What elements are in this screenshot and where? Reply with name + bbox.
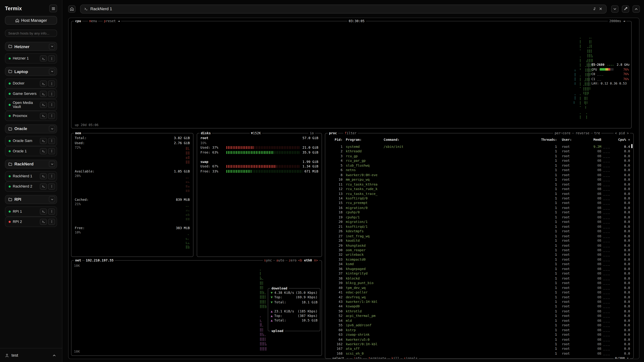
proc-info-button[interactable]: info xyxy=(352,356,363,359)
proc-percore-button[interactable]: per─core xyxy=(554,131,572,135)
process-row[interactable]: 28 kauditd 1 root 0B ⣀⣀⣀ 0.0 xyxy=(328,239,630,243)
header-threads[interactable]: Threads: xyxy=(535,137,557,142)
process-row[interactable]: 60 kstrp 1 root 0B ⣀⣀⣀ 0.0 xyxy=(328,328,630,333)
host-menu-button[interactable] xyxy=(48,102,55,108)
process-row[interactable]: 44 kswapd0 1 root 0B ⣀⣀⣀ 0.0 xyxy=(328,304,630,309)
host-item[interactable]: Open Media Vault xyxy=(5,99,57,111)
process-row[interactable]: 30 oom_reaper 1 root 0B ⣀⣀⣀ 0.0 xyxy=(328,248,630,253)
folder-collapse-button[interactable] xyxy=(49,43,55,49)
header-mem[interactable]: MemB xyxy=(582,137,602,142)
terminal-pane[interactable]: cpu menu preset ◄ 03:30:05 2000ms ◄ ⡀ ⢀⡀… xyxy=(68,17,640,359)
host-connect-button[interactable] xyxy=(40,102,47,108)
header-user[interactable]: User: xyxy=(562,137,582,142)
proc-filter-button[interactable]: filter xyxy=(343,131,358,135)
host-item[interactable]: Game Servers xyxy=(5,89,57,99)
header-cpu[interactable]: Cpu% ↑ xyxy=(613,137,630,142)
process-row[interactable]: 1 systemd /sbin/init 1 root 9.2M ⣀⣀⣀ 0.4 xyxy=(328,144,630,149)
process-row[interactable]: 42 devfreq_wq 1 root 0B ⣀⣀⣀ 0.0 xyxy=(328,295,630,300)
proc-scrollbar-thumb[interactable] xyxy=(631,144,632,148)
process-row[interactable]: 11 rcu_tasks_kthrea 1 root 0B ⣀⣀⣀ 0.0 xyxy=(328,182,630,187)
host-connect-button[interactable] xyxy=(40,80,47,87)
folder-collapse-button[interactable] xyxy=(49,68,55,75)
header-program[interactable]: Program: xyxy=(346,137,384,142)
process-row[interactable]: 3 rcu_gp 1 root 0B ⣀⣀⣀ 0.0 xyxy=(328,154,630,159)
process-row[interactable]: 5 slub_flushwq 1 root 0B ⣀⣀⣀ 0.0 xyxy=(328,163,630,168)
split-view-icon[interactable] xyxy=(593,7,596,11)
process-row[interactable]: 32 writeback 1 root 0B ⣀⣀⣀ 0.0 xyxy=(328,253,630,257)
host-item[interactable]: RackNerd 2 xyxy=(5,181,57,192)
net-auto-button[interactable]: auto xyxy=(275,258,286,263)
process-row[interactable]: 6 netns 1 root 0B ⣀⣀⣀ 0.0 xyxy=(328,168,630,173)
process-row[interactable]: 27 inet_frag_wq 1 root 0B ⣀⣀⣀ 0.0 xyxy=(328,234,630,239)
user-menu-button[interactable] xyxy=(51,352,57,358)
process-row[interactable]: 20 migration/1 1 root 0B ⣀⣀⣀ 0.0 xyxy=(328,220,630,224)
host-connect-button[interactable] xyxy=(40,183,47,190)
host-connect-button[interactable] xyxy=(40,219,47,225)
header-command[interactable]: Command: xyxy=(384,137,535,142)
host-connect-button[interactable] xyxy=(40,113,47,119)
tab-racknerd-1[interactable]: RackNerd 1 xyxy=(80,4,607,13)
host-connect-button[interactable] xyxy=(40,91,47,97)
host-item[interactable]: Oracle 1 xyxy=(5,146,57,156)
host-connect-button[interactable] xyxy=(40,208,47,215)
net-interface-switcher[interactable]: <b eth0 n> xyxy=(297,258,319,263)
host-manager-button[interactable]: Host Manager xyxy=(5,16,57,25)
process-row[interactable]: 4 rcu_par_gp 1 root 0B ⣀⣀⣀ 0.0 xyxy=(328,159,630,163)
process-row[interactable]: 15 rcu_preempt 1 root 0B ⣀⣀⣀ 0.0 xyxy=(328,201,630,206)
collapse-button[interactable] xyxy=(632,5,640,12)
process-row[interactable]: 37 kintegrityd 1 root 0B ⣀⣀⣀ 0.0 xyxy=(328,271,630,276)
refresh-interval[interactable]: 2000ms ◄ xyxy=(608,19,626,23)
process-row[interactable]: 29 khungtaskd 1 root 0B ⣀⣀⣀ 0.0 xyxy=(328,243,630,248)
process-row[interactable]: 13 rcu_tasks_trace_ 1 root 0B ⣀⣀⣀ 0.0 xyxy=(328,192,630,196)
close-tab-icon[interactable] xyxy=(599,7,602,11)
folder-header-laptop[interactable]: Laptop xyxy=(5,67,57,76)
proc-tree-button[interactable]: tre xyxy=(593,131,601,135)
host-menu-button[interactable] xyxy=(48,148,55,154)
proc-signals-button[interactable]: signals xyxy=(402,356,419,359)
host-menu-button[interactable] xyxy=(48,113,55,119)
proc-kill-button[interactable]: kill xyxy=(390,356,401,359)
host-item[interactable]: RackNerd 1 xyxy=(5,171,57,181)
host-item[interactable]: Oracle Sam xyxy=(5,136,57,146)
menu-button[interactable]: menu xyxy=(88,19,98,23)
process-row[interactable]: 36 khugepaged 1 root 0B ⣀⣀⣀ 0.0 xyxy=(328,267,630,271)
host-item[interactable]: RPI 1 xyxy=(5,206,57,217)
process-row[interactable]: 33 kcompactd0 1 root 0B ⣀⣀⣀ 0.0 xyxy=(328,257,630,262)
tools-button[interactable] xyxy=(622,5,629,12)
process-row[interactable]: 39 blkcg_punt_bio 1 root 0B ⣀⣀⣀ 0.0 xyxy=(328,281,630,285)
host-item[interactable]: Hetzner 1 xyxy=(5,53,57,63)
process-row[interactable]: 55 ipv6_addrconf 1 root 0B ⣀⣀⣀ 0.0 xyxy=(328,323,630,328)
host-item[interactable]: Proxmox xyxy=(5,111,57,121)
process-row[interactable]: 18 cpuhp/0 1 root 0B ⣀⣀⣀ 0.0 xyxy=(328,210,630,215)
host-item[interactable]: RPI 2 xyxy=(5,217,57,227)
process-row[interactable]: 8 kworker/0:0H-eve 1 root 0B ⣀⣀⣀ 0.0 xyxy=(328,173,630,177)
proc-sort-selector[interactable]: < pid > xyxy=(614,131,630,135)
preset-button[interactable]: preset ◄ xyxy=(103,19,121,23)
process-row[interactable]: 21 ksoftirqd/1 1 root 0B ⣀⣀⣀ 0.0 xyxy=(328,224,630,229)
proc-reverse-button[interactable]: reverse xyxy=(574,131,590,135)
process-row[interactable]: 167 ata_sff 1 root 0B ⣀⣀⣀ 0.0 xyxy=(328,347,630,351)
host-menu-button[interactable] xyxy=(48,219,55,225)
folder-collapse-button[interactable] xyxy=(49,126,55,132)
process-row[interactable]: 162 kworker/0:1H-kbl 1 root 0B ⣀⣀⣀ 0.0 xyxy=(328,342,630,347)
process-row[interactable]: 50 kthrotld 1 root 0B ⣀⣀⣀ 0.0 xyxy=(328,309,630,314)
host-connect-button[interactable] xyxy=(40,138,47,144)
process-row[interactable]: 16 migration/0 1 root 0B ⣀⣀⣀ 0.0 xyxy=(328,206,630,210)
header-pid[interactable]: Pid: xyxy=(328,137,342,142)
process-row[interactable]: 40 tpm_dev_wq 1 root 0B ⣀⣀⣀ 0.0 xyxy=(328,285,630,290)
folder-header-hetzner[interactable]: Hetzner xyxy=(5,42,57,51)
host-menu-button[interactable] xyxy=(48,183,55,190)
net-sync-button[interactable]: sync xyxy=(263,258,273,263)
process-row[interactable]: 10 mm_percpu_wq 1 root 0B ⣀⣀⣀ 0.0 xyxy=(328,177,630,182)
process-row[interactable]: 34 ksmd 1 root 0B ⣀⣀⣀ 0.0 xyxy=(328,262,630,267)
folder-header-racknerd[interactable]: RackNerd xyxy=(5,160,57,169)
process-row[interactable]: 63 zswap-shrink 1 root 0B ⣀⣀⣀ 0.0 xyxy=(328,333,630,337)
process-row[interactable]: 2 kthreadd 1 root 0B ⣀⣀⣀ 0.0 xyxy=(328,149,630,154)
folder-header-rpi[interactable]: RPI xyxy=(5,195,57,204)
host-connect-button[interactable] xyxy=(40,173,47,179)
process-row[interactable]: 38 kblockd 1 root 0B ⣀⣀⣀ 0.0 xyxy=(328,276,630,281)
process-row[interactable]: 41 edac-poller 1 root 0B ⣀⣀⣀ 0.0 xyxy=(328,290,630,295)
process-row[interactable]: 26 kdevtmpfs 1 root 0B ⣀⣀⣀ 0.0 xyxy=(328,229,630,234)
process-row[interactable]: 54 mld 1 root 0B ⣀⣀⣀ 0.0 xyxy=(328,319,630,323)
host-connect-button[interactable] xyxy=(40,55,47,62)
